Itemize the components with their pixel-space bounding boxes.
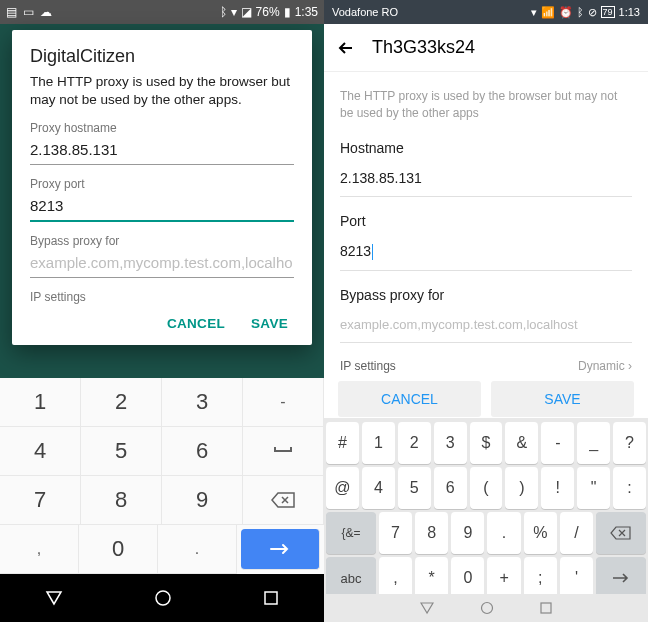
nav-back[interactable] [45, 589, 63, 607]
key-bang[interactable]: ! [541, 467, 574, 509]
key-amp[interactable]: & [505, 422, 538, 464]
key-colon[interactable]: : [613, 467, 646, 509]
key-at[interactable]: @ [326, 467, 359, 509]
doc-icon: ▤ [6, 5, 17, 19]
key-0[interactable]: 0 [451, 557, 484, 599]
proxy-dialog: DigitalCitizen The HTTP proxy is used by… [12, 30, 312, 345]
save-button[interactable]: SAVE [251, 316, 288, 331]
no-sim-icon: ◪ [241, 5, 252, 19]
key-plus[interactable]: + [487, 557, 520, 599]
bypass-input[interactable] [30, 250, 294, 278]
key-star[interactable]: * [415, 557, 448, 599]
keyboard: # 1 2 3 $ & - _ ? @ 4 5 6 ( ) ! " : {&= … [324, 418, 648, 594]
bypass-field: Bypass proxy for [30, 234, 294, 278]
key-5[interactable]: 5 [398, 467, 431, 509]
key-6[interactable]: 6 [162, 427, 243, 476]
key-dollar[interactable]: $ [470, 422, 503, 464]
key-abc[interactable]: abc [326, 557, 376, 599]
key-quote[interactable]: " [577, 467, 610, 509]
cancel-button[interactable]: CANCEL [338, 381, 481, 417]
key-8[interactable]: 8 [415, 512, 448, 554]
key-symbols[interactable]: {&= [326, 512, 376, 554]
bypass-input[interactable]: example.com,mycomp.test.com,localhost [340, 317, 632, 343]
nav-home[interactable] [480, 601, 494, 615]
svg-rect-0 [274, 450, 292, 452]
ip-settings-row[interactable]: IP settings Dynamic › [340, 359, 632, 373]
port-input[interactable]: 8213 [340, 243, 632, 271]
image-icon: ▭ [23, 5, 34, 19]
key-apostrophe[interactable]: ' [560, 557, 593, 599]
port-label: Port [340, 213, 632, 229]
cancel-button[interactable]: CANCEL [167, 316, 225, 331]
key-4[interactable]: 4 [362, 467, 395, 509]
key-9[interactable]: 9 [451, 512, 484, 554]
nav-home[interactable] [154, 589, 172, 607]
port-field: Proxy port [30, 177, 294, 222]
key-slash[interactable]: / [560, 512, 593, 554]
key-7[interactable]: 7 [0, 476, 81, 525]
key-comma[interactable]: , [0, 525, 79, 574]
nav-back[interactable] [420, 601, 434, 615]
wifi-icon: ▾ [231, 5, 237, 19]
key-dash[interactable]: - [541, 422, 574, 464]
dialog-title: DigitalCitizen [30, 46, 294, 67]
description: The HTTP proxy is used by the browser bu… [340, 88, 632, 122]
key-underscore[interactable]: _ [577, 422, 610, 464]
status-right-icons: ᛒ ▾ ◪ 76% ▮ 1:35 [220, 5, 318, 19]
key-1[interactable]: 1 [0, 378, 81, 427]
battery-icon: ▮ [284, 5, 291, 19]
key-semicolon[interactable]: ; [524, 557, 557, 599]
key-backspace[interactable] [596, 512, 646, 554]
status-bar: ▤ ▭ ☁ ᛒ ▾ ◪ 76% ▮ 1:35 [0, 0, 324, 24]
key-5[interactable]: 5 [81, 427, 162, 476]
key-period[interactable]: . [487, 512, 520, 554]
port-field: Port 8213 [340, 213, 632, 271]
back-button[interactable] [336, 38, 356, 58]
key-3[interactable]: 3 [434, 422, 467, 464]
svg-rect-4 [265, 592, 277, 604]
nav-recent[interactable] [263, 590, 279, 606]
nav-bar [0, 574, 324, 622]
nav-recent[interactable] [540, 602, 552, 614]
key-comma[interactable]: , [379, 557, 412, 599]
key-lparen[interactable]: ( [470, 467, 503, 509]
clock: 1:13 [619, 6, 640, 18]
hostname-input[interactable]: 2.138.85.131 [340, 170, 632, 197]
key-question[interactable]: ? [613, 422, 646, 464]
key-hash[interactable]: # [326, 422, 359, 464]
key-space[interactable] [243, 427, 324, 476]
port-input[interactable] [30, 193, 294, 222]
key-9[interactable]: 9 [162, 476, 243, 525]
key-4[interactable]: 4 [0, 427, 81, 476]
key-rparen[interactable]: ) [505, 467, 538, 509]
key-2[interactable]: 2 [398, 422, 431, 464]
key-0[interactable]: 0 [79, 525, 158, 574]
phone-left: ▤ ▭ ☁ ᛒ ▾ ◪ 76% ▮ 1:35 HUAWEI-U3At Digit… [0, 0, 324, 622]
key-2[interactable]: 2 [81, 378, 162, 427]
ip-settings-field: IP settings [30, 290, 294, 304]
signal-icon: 📶 [541, 6, 555, 19]
key-1[interactable]: 1 [362, 422, 395, 464]
key-6[interactable]: 6 [434, 467, 467, 509]
svg-point-3 [156, 591, 170, 605]
alarm-icon: ⏰ [559, 6, 573, 19]
key-enter[interactable] [596, 557, 646, 599]
key-7[interactable]: 7 [379, 512, 412, 554]
key-backspace[interactable] [243, 476, 324, 525]
bluetooth-icon: ᛒ [577, 6, 584, 18]
battery-pct: 79 [601, 6, 615, 18]
save-button[interactable]: SAVE [491, 381, 634, 417]
svg-rect-2 [290, 447, 292, 452]
phone-right: Vodafone RO ▾ 📶 ⏰ ᛒ ⊘ 79 1:13 Th3G33ks24… [324, 0, 648, 622]
hostname-field: Hostname 2.138.85.131 [340, 140, 632, 197]
content: The HTTP proxy is used by the browser bu… [324, 72, 648, 373]
key-percent[interactable]: % [524, 512, 557, 554]
status-bar: Vodafone RO ▾ 📶 ⏰ ᛒ ⊘ 79 1:13 [324, 0, 648, 24]
key-enter[interactable] [241, 529, 320, 570]
key-period[interactable]: . [158, 525, 237, 574]
key-dash[interactable]: - [243, 378, 324, 427]
key-8[interactable]: 8 [81, 476, 162, 525]
key-3[interactable]: 3 [162, 378, 243, 427]
status-right-icons: ▾ 📶 ⏰ ᛒ ⊘ 79 1:13 [531, 6, 640, 19]
hostname-input[interactable] [30, 137, 294, 165]
